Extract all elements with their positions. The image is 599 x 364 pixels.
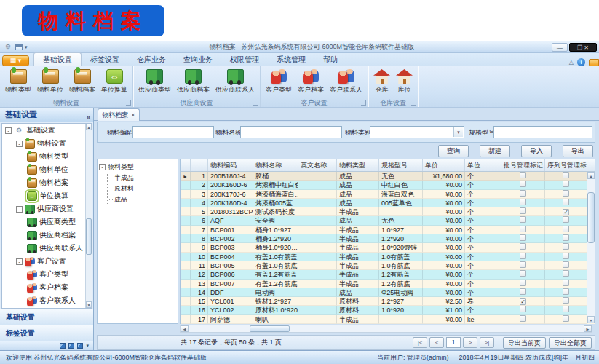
batch-checkbox[interactable] [520, 190, 526, 197]
table-row[interactable]: 9BCP003桶身1.0*920…半成品1.0*920镀锌¥0.00个 [181, 243, 595, 252]
batch-checkbox[interactable] [520, 216, 526, 223]
page-number-input[interactable]: 1 [446, 337, 461, 348]
table-vertical-scrollbar[interactable]: ▲ ▼ [587, 172, 595, 323]
batch-checkbox[interactable] [520, 288, 526, 295]
table-row[interactable]: 4200K180D-4烤漆桶005蓝…成品005蓝单色¥0.00个 [181, 199, 595, 207]
batch-checkbox[interactable] [520, 315, 526, 322]
table-row[interactable]: 10BCP004有盖1.0有筋盖半成品1.0有筋盖¥0.00个 [181, 253, 595, 261]
pager-first-button[interactable]: |< [413, 337, 427, 348]
column-header[interactable]: 序列号管理标记 [545, 159, 587, 171]
serial-checkbox[interactable] [563, 172, 569, 178]
type-tree-root[interactable]: - 物料类型 [99, 162, 176, 173]
sidebar-tree-item[interactable]: 供应商类型 [27, 215, 92, 229]
ribbon-tab[interactable]: 标签设置 [82, 53, 128, 66]
pager-prev-button[interactable]: < [429, 337, 444, 348]
batch-checkbox[interactable] [520, 234, 526, 241]
table-row[interactable]: 520180312BCPRU测试条码长度半成品¥0.00个 [181, 207, 595, 216]
table-row[interactable]: ►1200B180J-4胶桶成品无色¥1,680.00个 [181, 172, 595, 181]
ribbon-button[interactable]: 仓库 [371, 68, 392, 96]
serial-checkbox[interactable] [563, 261, 569, 268]
ribbon-tab[interactable]: 仓库业务 [128, 53, 175, 66]
batch-checkbox[interactable] [520, 243, 526, 250]
type-tree-item[interactable]: 成品 [108, 194, 176, 205]
serial-checkbox[interactable] [563, 226, 569, 232]
chevron-down-icon[interactable]: ▼ [453, 127, 463, 137]
type-tree-item[interactable]: 原材料 [108, 183, 176, 194]
batch-checkbox[interactable] [520, 270, 526, 277]
pager-next-button[interactable]: > [463, 337, 477, 348]
scroll-thumb[interactable] [587, 192, 595, 243]
table-row[interactable]: 7BCP001桶身1.0*927半成品1.0*927¥0.00个 [181, 226, 595, 234]
sidebar-pane-base-settings[interactable]: 基础设置 [0, 309, 93, 325]
ribbon-button[interactable]: 库位 [394, 68, 415, 96]
scroll-down-icon[interactable]: ▼ [86, 301, 92, 308]
table-row[interactable]: 12BCP006有盖1.2有筋盖半成品1.2有筋盖¥0.00个 [181, 270, 595, 279]
serial-checkbox[interactable] [563, 288, 569, 295]
batch-checkbox[interactable] [520, 172, 526, 178]
table-row[interactable]: 6AQF安全阀成品无色¥0.00个 [181, 216, 595, 225]
sidebar-tree-item[interactable]: 供应商档案 [27, 229, 92, 242]
minimize-button[interactable]: — [552, 43, 568, 52]
table-row[interactable]: 15YCL001铁材1.2*927原材料1.2*927¥2.50卷 [181, 297, 595, 306]
serial-checkbox[interactable] [563, 199, 569, 205]
column-header[interactable] [191, 159, 208, 171]
column-header[interactable]: 规格型号 [379, 159, 423, 171]
batch-checkbox[interactable] [520, 306, 526, 312]
sidebar-tree-item[interactable]: 客户类型 [27, 268, 92, 281]
batch-checkbox[interactable] [520, 280, 526, 286]
maximize-close-buttons[interactable]: ❐ ✕ [569, 43, 597, 52]
scroll-thumb[interactable] [250, 325, 290, 332]
expander-icon[interactable]: - [16, 258, 23, 265]
batch-checkbox[interactable] [520, 181, 526, 187]
sidebar-tree-item[interactable]: 物料档案 [27, 176, 92, 189]
table-row[interactable]: 11BCP005有盖1.0有筋底半成品1.0有筋底¥0.00个 [181, 261, 595, 270]
export-current-page-button[interactable]: 导出当前页 [503, 337, 546, 349]
batch-checkbox[interactable] [520, 261, 526, 268]
sidebar-tree-item[interactable]: 客户档案 [27, 281, 92, 294]
query-button[interactable]: 查询 [438, 145, 469, 157]
table-row[interactable]: 16YCL002原材料1.0*920原材料1.0*920¥1.00个 [181, 306, 595, 314]
column-header[interactable]: 英文名称 [298, 159, 337, 171]
batch-checkbox[interactable] [520, 199, 526, 205]
ribbon-button[interactable]: ⇔单位换算 [99, 68, 130, 96]
table-row[interactable]: 8BCP002桶身1.2*920半成品1.2*920¥0.00个 [181, 234, 595, 243]
table-row[interactable]: 14DDF电动阀成品Φ25电动阀¥0.00个 [181, 288, 595, 297]
table-row[interactable]: 17阿萨德喇叭半成品¥0.00ke [181, 315, 595, 324]
scroll-left-icon[interactable]: ◀ [181, 325, 189, 332]
type-tree-item[interactable]: 半成品 [108, 173, 176, 183]
serial-checkbox[interactable] [563, 315, 569, 322]
serial-checkbox[interactable] [563, 270, 569, 277]
dialog-launcher-icon[interactable] [253, 100, 258, 106]
column-header[interactable]: 物料编码 [208, 159, 253, 171]
module-cube-icon[interactable] [77, 343, 83, 349]
scroll-up-icon[interactable]: ▲ [86, 124, 92, 130]
module-cube-icon[interactable] [68, 343, 74, 349]
table-row[interactable]: 13BCP007有盖1.2有筋底半成品1.2有筋底¥0.00个 [181, 280, 595, 288]
tab-close-icon[interactable]: × [131, 111, 135, 119]
export-all-pages-button[interactable]: 导出全部页 [549, 337, 592, 349]
pager-last-button[interactable]: >| [480, 337, 494, 348]
column-header[interactable]: 物料名称 [253, 159, 298, 171]
batch-checkbox[interactable] [520, 298, 526, 305]
ribbon-button[interactable]: 客户类型 [263, 68, 294, 96]
dialog-launcher-icon[interactable] [126, 100, 131, 106]
sidebar-tree-item[interactable]: -物料设置 [16, 137, 92, 150]
sidebar-tree-item[interactable]: 客户联系人 [27, 294, 92, 307]
column-header[interactable] [181, 159, 191, 171]
batch-checkbox[interactable] [520, 207, 526, 214]
ribbon-button[interactable]: 供应商档案 [175, 68, 212, 96]
column-header[interactable]: 单价 [423, 159, 465, 171]
ribbon-tab[interactable]: 基础设置 [33, 52, 82, 66]
expander-icon[interactable]: - [16, 206, 23, 213]
ribbon-tab[interactable]: 系统管理 [268, 53, 314, 66]
column-header[interactable]: 物料类型 [337, 159, 379, 171]
serial-checkbox[interactable] [563, 216, 569, 223]
ribbon-button[interactable]: 客户联系人 [328, 68, 365, 96]
dialog-launcher-icon[interactable] [361, 100, 366, 106]
column-header[interactable]: 批号管理标记 [501, 159, 545, 171]
column-header[interactable]: 单位 [465, 159, 501, 171]
sidebar-tree-item[interactable]: 物料单位 [27, 163, 92, 176]
serial-checkbox[interactable] [563, 297, 569, 304]
ribbon-tab[interactable]: 权限管理 [221, 53, 268, 66]
new-button[interactable]: 新建 [480, 145, 510, 157]
